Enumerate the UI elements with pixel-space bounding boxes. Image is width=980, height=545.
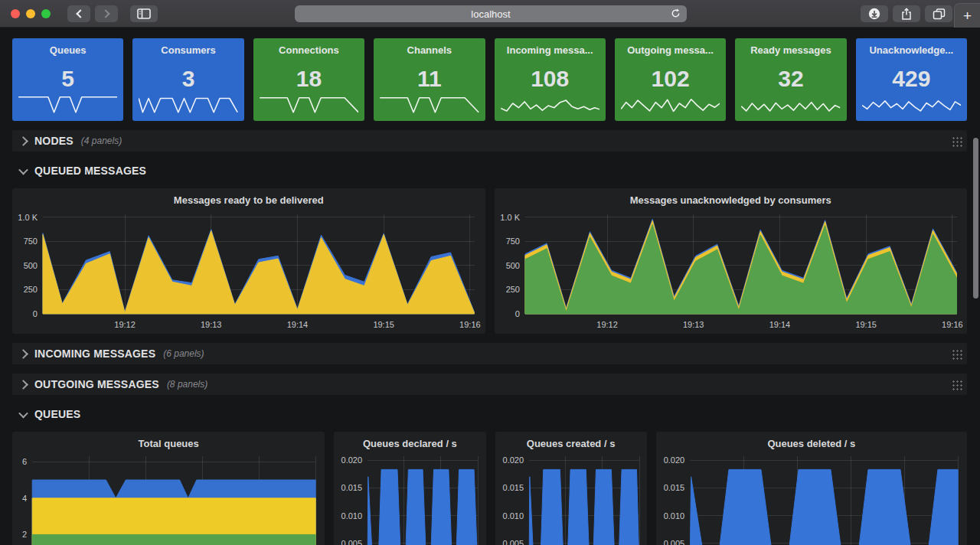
drag-handle-icon[interactable] — [951, 348, 962, 360]
sparkline — [139, 92, 237, 116]
stat-title: Connections — [260, 44, 358, 56]
sparkline — [862, 92, 961, 116]
sidebar-button[interactable] — [130, 5, 158, 22]
svg-text:2: 2 — [22, 530, 27, 539]
stat-panel-channels[interactable]: Channels 11 — [374, 38, 485, 121]
zoom-window-button[interactable] — [41, 9, 51, 18]
svg-text:750: 750 — [24, 237, 38, 246]
svg-text:1.0 K: 1.0 K — [500, 213, 520, 222]
svg-text:0.020: 0.020 — [502, 455, 524, 465]
stat-title: Unacknowledge... — [862, 44, 961, 56]
panel-queues-declared[interactable]: Queues declared / s 0.0050.0100.0150.020 — [334, 432, 485, 545]
svg-text:0.005: 0.005 — [502, 539, 524, 545]
row-nodes[interactable]: NODES (4 panels) — [12, 130, 967, 152]
svg-text:0.015: 0.015 — [502, 483, 524, 492]
row-panel-count: (4 panels) — [81, 135, 122, 146]
plus-icon: + — [963, 8, 972, 24]
panel-title: Total queues — [12, 432, 325, 452]
minimize-window-button[interactable] — [26, 9, 35, 18]
svg-text:0.005: 0.005 — [341, 539, 363, 545]
svg-text:6: 6 — [22, 457, 27, 466]
sparkline — [260, 92, 358, 116]
sparkline — [621, 92, 720, 116]
reload-icon[interactable] — [670, 8, 681, 19]
stat-value: 32 — [741, 56, 840, 92]
svg-text:750: 750 — [505, 237, 519, 246]
svg-text:19:12: 19:12 — [114, 320, 136, 329]
scrollbar-thumb[interactable] — [973, 138, 978, 299]
drag-handle-icon[interactable] — [951, 379, 962, 390]
graph: 0.0050.0100.0150.020 — [495, 452, 647, 545]
download-icon — [868, 8, 880, 20]
singlestat-row: Queues 5 Consumers 3 Connections 18 Chan… — [12, 38, 967, 121]
stat-panel-connections[interactable]: Connections 18 — [253, 38, 364, 121]
svg-text:4: 4 — [22, 494, 27, 503]
traffic-lights — [11, 9, 51, 18]
svg-text:0.015: 0.015 — [663, 483, 684, 492]
svg-text:0.010: 0.010 — [341, 511, 363, 521]
chevron-right-icon — [18, 136, 28, 146]
row-panel-count: (6 panels) — [163, 348, 204, 359]
panel-total-queues[interactable]: Total queues 246 — [12, 432, 325, 545]
downloads-button[interactable] — [861, 5, 888, 22]
sidebar-icon — [137, 8, 151, 19]
new-tab-button[interactable]: + — [954, 3, 980, 28]
graph: 02505007501.0 K19:1219:1319:1419:1519:16 — [495, 208, 968, 334]
svg-text:19:16: 19:16 — [459, 320, 481, 329]
forward-button[interactable] — [95, 5, 118, 22]
svg-text:500: 500 — [505, 261, 519, 270]
stat-value: 3 — [139, 56, 237, 92]
row-queues[interactable]: QUEUES — [12, 404, 967, 424]
stat-title: Ready messages — [741, 44, 840, 56]
panel-title: Messages ready to be delivered — [12, 188, 485, 208]
chevron-right-icon — [18, 380, 28, 390]
share-button[interactable] — [893, 5, 920, 22]
stat-title: Channels — [380, 44, 479, 56]
svg-text:19:14: 19:14 — [287, 320, 309, 329]
sparkline — [380, 92, 479, 116]
svg-text:0.020: 0.020 — [663, 455, 684, 465]
svg-text:250: 250 — [505, 285, 519, 294]
sparkline — [501, 92, 599, 116]
chevron-down-icon — [18, 408, 28, 418]
address-bar[interactable]: localhost — [295, 5, 687, 22]
sparkline — [741, 92, 840, 116]
row-outgoing-messages[interactable]: OUTGOING MESSAGES (8 panels) — [12, 374, 967, 395]
stat-panel-ready-messages[interactable]: Ready messages 32 — [735, 38, 846, 121]
stat-value: 18 — [260, 56, 358, 92]
drag-handle-icon[interactable] — [951, 135, 962, 147]
back-button[interactable] — [67, 5, 90, 22]
row-queued-messages[interactable]: QUEUED MESSAGES — [12, 161, 967, 181]
panel-messages-unacknowledged[interactable]: Messages unacknowledged by consumers 025… — [495, 188, 968, 334]
stat-panel-unacknowledged[interactable]: Unacknowledge... 429 — [856, 38, 967, 121]
stat-panel-incoming-messages[interactable]: Incoming messa... 108 — [495, 38, 606, 121]
svg-text:0: 0 — [33, 309, 38, 318]
row-title: OUTGOING MESSAGES — [34, 378, 159, 390]
stat-value: 11 — [380, 56, 479, 92]
queued-messages-panels: Messages ready to be delivered 025050075… — [12, 188, 967, 334]
panel-messages-ready[interactable]: Messages ready to be delivered 025050075… — [12, 188, 485, 334]
stat-title: Queues — [18, 44, 117, 56]
tabs-icon — [933, 8, 946, 20]
row-incoming-messages[interactable]: INCOMING MESSAGES (6 panels) — [12, 343, 967, 364]
chevron-down-icon — [18, 165, 28, 175]
panel-queues-created[interactable]: Queues created / s 0.0050.0100.0150.020 — [495, 432, 647, 545]
svg-text:0.015: 0.015 — [341, 483, 363, 492]
row-title: QUEUES — [34, 408, 80, 420]
svg-text:1.0 K: 1.0 K — [18, 213, 38, 222]
stat-panel-queues[interactable]: Queues 5 — [12, 38, 123, 121]
stat-title: Incoming messa... — [501, 44, 599, 56]
svg-text:19:12: 19:12 — [596, 320, 618, 329]
close-window-button[interactable] — [11, 9, 20, 18]
stat-panel-consumers[interactable]: Consumers 3 — [132, 38, 243, 121]
stat-panel-outgoing-messages[interactable]: Outgoing messa... 102 — [615, 38, 726, 121]
svg-text:500: 500 — [24, 261, 38, 270]
stat-value: 429 — [862, 56, 961, 92]
svg-text:19:15: 19:15 — [373, 320, 394, 329]
tab-overview-button[interactable] — [925, 5, 952, 22]
panel-queues-deleted[interactable]: Queues deleted / s 0.0050.0100.0150.020 — [656, 432, 967, 545]
svg-text:19:16: 19:16 — [942, 320, 963, 329]
stat-title: Outgoing messa... — [621, 44, 720, 56]
panel-title: Queues created / s — [495, 432, 647, 452]
row-title: NODES — [34, 135, 74, 147]
